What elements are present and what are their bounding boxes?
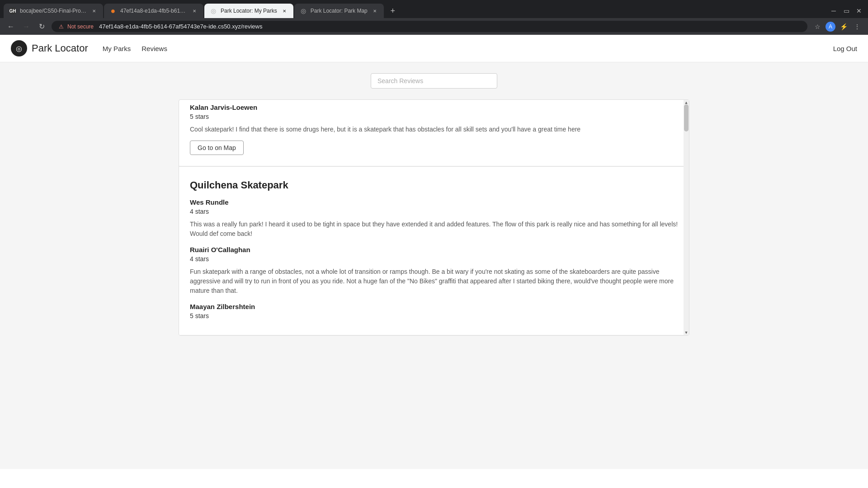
scroll-down-arrow[interactable]: ▼ (684, 330, 689, 335)
tab-title-github: bocajbee/CS50-Final-Project: M... (20, 8, 87, 14)
logout-button[interactable]: Log Out (833, 45, 857, 52)
browser-chrome: GH bocajbee/CS50-Final-Project: M... ✕ ●… (0, 0, 868, 35)
security-label: Not secure (67, 23, 94, 30)
app-title: Park Locator (32, 42, 88, 54)
park-name-quilchena: Quilchena Skatepark (190, 176, 678, 191)
logo-symbol: ◎ (16, 44, 22, 53)
stars-ruairi: 4 stars (190, 255, 678, 263)
review-item-maayan: Maayan Zilbershtein 5 stars (190, 303, 678, 319)
url-text: 47ef14a8-e1da-4fb5-b614-67af54743e7e-ide… (99, 23, 800, 30)
bookmark-icon[interactable]: ☆ (812, 21, 823, 32)
stars-wes: 4 stars (190, 208, 678, 215)
window-controls: ─ ▭ ✕ (828, 5, 864, 16)
tab-favicon-github: GH (9, 7, 16, 14)
maximize-button[interactable]: ▭ (841, 5, 852, 16)
tab-close-github[interactable]: ✕ (90, 7, 98, 14)
nav-links: My Parks Reviews (103, 45, 167, 52)
nav-header: ◎ Park Locator My Parks Reviews Log Out (0, 35, 868, 62)
review-text-wes: This was a really fun park! I heard it u… (190, 220, 678, 239)
reviewer-name-maayan: Maayan Zilbershtein (190, 303, 678, 310)
close-button[interactable]: ✕ (854, 5, 864, 16)
nav-link-reviews[interactable]: Reviews (142, 45, 167, 52)
tab-favicon-parkmap: ◎ (300, 7, 307, 14)
tab-close-ide[interactable]: ✕ (191, 7, 198, 14)
main-content: Kalan Jarvis-Loewen 5 stars Cool skatepa… (0, 62, 868, 469)
logo-area: ◎ Park Locator (11, 40, 88, 56)
tab-bar: GH bocajbee/CS50-Final-Project: M... ✕ ●… (0, 0, 868, 18)
profile-icon[interactable]: A (826, 22, 835, 32)
tab-favicon-myparks: ◎ (210, 7, 217, 14)
tab-github[interactable]: GH bocajbee/CS50-Final-Project: M... ✕ (4, 4, 103, 18)
address-bar[interactable]: ⚠ Not secure 47ef14a8-e1da-4fb5-b614-67a… (52, 21, 807, 32)
tab-title-myparks: Park Locator: My Parks (221, 8, 277, 14)
forward-button[interactable]: → (21, 21, 32, 32)
reviewer-name-wes: Wes Rundle (190, 198, 678, 206)
logo-icon: ◎ (11, 40, 27, 56)
menu-icon[interactable]: ⋮ (852, 21, 863, 32)
go-to-map-button-1[interactable]: Go to on Map (190, 141, 244, 155)
tab-title-ide: 47ef14a8-e1da-4fb5-b614-67af5... (120, 8, 187, 14)
security-icon: ⚠ (59, 23, 64, 30)
reviewer-name-ruairi: Ruairi O'Callaghan (190, 246, 678, 253)
app-container: ◎ Park Locator My Parks Reviews Log Out … (0, 35, 868, 469)
back-button[interactable]: ← (5, 21, 16, 32)
scrollbar-track: ▲ ▼ (684, 100, 689, 335)
stars-1: 5 stars (190, 113, 678, 120)
tab-ide[interactable]: ● 47ef14a8-e1da-4fb5-b614-67af5... ✕ (104, 4, 203, 18)
tab-title-parkmap: Park Locator: Park Map (311, 8, 368, 14)
review-item-wes: Wes Rundle 4 stars This was a really fun… (190, 198, 678, 239)
reviews-container: Kalan Jarvis-Loewen 5 stars Cool skatepa… (179, 99, 689, 336)
minimize-button[interactable]: ─ (828, 5, 839, 16)
park-section-quilchena: Quilchena Skatepark Wes Rundle 4 stars T… (179, 167, 689, 335)
search-input[interactable] (371, 73, 497, 89)
stars-maayan: 5 stars (190, 312, 678, 319)
extension-icon[interactable]: ⚡ (838, 21, 849, 32)
review-item-1: Kalan Jarvis-Loewen 5 stars Cool skatepa… (179, 100, 689, 166)
search-bar-container (11, 73, 857, 89)
address-bar-row: ← → ↻ ⚠ Not secure 47ef14a8-e1da-4fb5-b6… (0, 18, 868, 35)
tab-parkmap[interactable]: ◎ Park Locator: Park Map ✕ (294, 4, 384, 18)
review-text-ruairi: Fun skatepark with a range of obstacles,… (190, 267, 678, 296)
new-tab-button[interactable]: + (387, 5, 399, 17)
review-text-1: Cool skatepark! I find that there is som… (190, 125, 678, 134)
tab-close-parkmap[interactable]: ✕ (371, 7, 378, 14)
reload-button[interactable]: ↻ (36, 21, 47, 32)
nav-link-myparks[interactable]: My Parks (103, 45, 131, 52)
tab-favicon-ide: ● (109, 7, 117, 14)
review-item-ruairi: Ruairi O'Callaghan 4 stars Fun skatepark… (190, 246, 678, 296)
scrollbar-thumb[interactable] (684, 104, 689, 131)
tab-close-myparks[interactable]: ✕ (281, 7, 288, 14)
reviewer-name-1: Kalan Jarvis-Loewen (190, 103, 678, 111)
browser-actions: ☆ A ⚡ ⋮ (812, 21, 863, 32)
tab-myparks[interactable]: ◎ Park Locator: My Parks ✕ (204, 4, 293, 18)
